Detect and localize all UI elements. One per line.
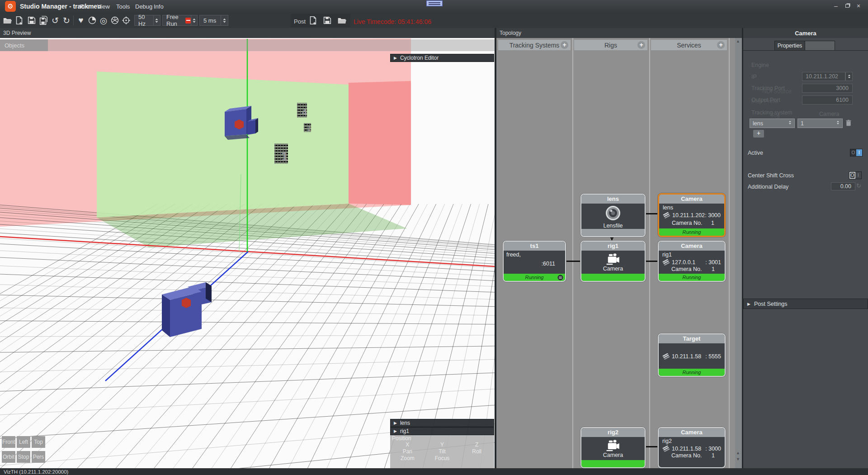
node-rig1[interactable]: rig1 Camera: [580, 241, 646, 282]
view-stop-button[interactable]: Stop: [17, 451, 30, 463]
post-save-icon[interactable]: [322, 15, 333, 26]
delete-icon[interactable]: [845, 118, 852, 129]
column-services: Services +: [651, 40, 727, 50]
stepper-icon[interactable]: [191, 15, 197, 25]
ip-field[interactable]: 10.211.1.202: [802, 72, 845, 81]
record-target-icon[interactable]: ◎: [98, 15, 109, 26]
crosshair-icon[interactable]: [121, 15, 132, 26]
cyclotron-editor-bar[interactable]: ▶ Cyclotron Editor: [390, 54, 494, 62]
center-shift-cross-label: Center Shift Cross: [748, 172, 794, 179]
close-button[interactable]: ×: [857, 3, 860, 9]
position-hud: Position X Y Z Pan Tilt Roll Zoom Focus: [390, 435, 494, 469]
expand-triangle-icon: ▶: [394, 56, 397, 60]
expand-triangle-icon: ▶: [747, 302, 750, 306]
stepper-icon: [788, 120, 793, 127]
restore-button[interactable]: [845, 4, 849, 8]
topology-scrollbar[interactable]: ▲ ▲ ▼: [735, 38, 742, 468]
minimize-button[interactable]: –: [834, 3, 838, 9]
post-new-file-icon[interactable]: [307, 15, 318, 26]
status-badge: Running: [659, 369, 725, 376]
live-timecode: Live Timecode: 05:41:46:06: [354, 18, 431, 25]
add-tracking-system-button[interactable]: +: [561, 41, 568, 49]
ndi-source-ghost-label: NDI Source: [762, 88, 792, 95]
add-mapping-button[interactable]: +: [753, 130, 764, 138]
mode-dropdown[interactable]: Free Run: [162, 15, 198, 26]
node-camera-rig2[interactable]: Camera rig2 10.211.1.58 : 3000 Camera No…: [658, 427, 726, 468]
post-label: Post: [294, 18, 306, 25]
node-target[interactable]: Target 10.211.1.58 : 5555 Running: [658, 333, 726, 377]
video-camera-icon: [604, 438, 622, 451]
app-logo-icon: ⚙: [5, 1, 16, 12]
rate-dropdown[interactable]: 50 Hz: [134, 15, 160, 26]
stepper-icon[interactable]: [153, 15, 160, 25]
view-left-button[interactable]: Left: [17, 436, 30, 448]
post-settings-bar[interactable]: ▶ Post Settings: [743, 299, 868, 309]
node-camera-lens[interactable]: Camera lens 10.211.1.202 : 3000 Camera N…: [658, 193, 726, 237]
aperture-icon[interactable]: [109, 15, 120, 26]
interval-dropdown[interactable]: 5 ms: [199, 15, 228, 26]
network-icon: [662, 446, 670, 452]
add-rig-button[interactable]: +: [637, 41, 645, 49]
node-rig2[interactable]: rig2 Camera: [580, 427, 646, 468]
rig-ghost-label: Rig: [771, 112, 780, 119]
add-service-button[interactable]: +: [717, 41, 725, 49]
status-badge: Running: [659, 228, 724, 236]
node-camera-rig1[interactable]: Camera rig1 127.0.0.1 : 3001 Camera No. …: [658, 241, 726, 282]
active-label: Active: [748, 150, 763, 156]
active-toggle[interactable]: O I: [850, 149, 863, 157]
rotate-cw-icon[interactable]: ↻: [61, 15, 72, 26]
marker-2: 2: [304, 123, 311, 132]
column-tracking-systems: Tracking Systems +: [498, 40, 571, 50]
topology-panel-title: Topology: [496, 28, 742, 38]
tab-blank[interactable]: [805, 41, 835, 51]
view-orbit-button[interactable]: Orbit: [2, 451, 15, 463]
menu-tools[interactable]: Tools: [116, 3, 130, 10]
timing-pie-icon[interactable]: [87, 15, 98, 26]
expand-triangle-icon: ▶: [394, 429, 397, 433]
tab-properties[interactable]: Properties: [774, 41, 805, 51]
additional-delay-label: Additional Delay: [748, 184, 788, 190]
menu-view[interactable]: View: [97, 3, 110, 10]
objects-dropdown[interactable]: Objects: [0, 39, 48, 51]
node-lens[interactable]: lens Lensfile: [580, 194, 646, 237]
view-pers-button[interactable]: Pers: [32, 451, 45, 463]
preview-panel-title: 3D Preview: [0, 28, 495, 38]
ip-stepper[interactable]: [845, 72, 853, 81]
engine-label: Engine: [751, 62, 769, 68]
topology-panel: Tracking Systems + Rigs + Services + ts1…: [496, 38, 742, 468]
view-top-button[interactable]: Top: [32, 436, 45, 448]
view-front-button[interactable]: Front: [2, 436, 15, 448]
viewport-3d[interactable]: 4 2 1 Objects ▶ Cyclotron Editor ▶ lens …: [0, 38, 495, 468]
red-wall-right: [349, 81, 411, 205]
lens-bar[interactable]: ▶ lens: [390, 419, 494, 427]
tracking-system-dropdown[interactable]: lens: [750, 119, 795, 128]
rotate-ccw-icon[interactable]: ↺: [50, 15, 61, 26]
dock-widget[interactable]: [426, 0, 443, 6]
rig1-bar[interactable]: ▶ rig1: [390, 427, 494, 435]
open-project-icon[interactable]: [2, 15, 13, 26]
menu-debug[interactable]: Debug: [135, 3, 152, 10]
lensfile-icon: [605, 205, 621, 221]
stepper-icon: [835, 120, 840, 127]
health-heart-icon[interactable]: ♥: [75, 15, 86, 26]
output-port-field[interactable]: 6100: [802, 95, 853, 104]
tracking-port-field[interactable]: 3000: [802, 84, 853, 93]
title-bar: ⚙ Studio Manager - trackmen File View To…: [0, 0, 868, 13]
camera-number-dropdown[interactable]: 1: [797, 119, 843, 128]
video-camera-icon: [604, 252, 622, 265]
stepper-icon[interactable]: [221, 15, 228, 25]
center-shift-toggle[interactable]: O I: [849, 171, 862, 179]
menu-info[interactable]: Info: [154, 3, 164, 10]
camera-properties-panel: Properties Engine IP 10.211.1.202 Tracki…: [743, 38, 868, 468]
stop-flag-icon: [185, 18, 191, 24]
map-prefix-ghost-label: Map Prefix: [751, 98, 778, 104]
new-file-icon[interactable]: [14, 15, 24, 26]
save-icon[interactable]: [26, 15, 37, 26]
expand-triangle-icon: ▶: [394, 421, 397, 425]
save-all-icon[interactable]: [38, 15, 49, 26]
additional-delay-field[interactable]: 0.00: [831, 182, 855, 190]
comment-bubble-icon[interactable]: [557, 275, 563, 280]
menu-file[interactable]: File: [80, 3, 90, 10]
node-ts1[interactable]: ts1 freed, :6011 Running: [503, 241, 566, 282]
post-open-icon[interactable]: [336, 15, 347, 26]
